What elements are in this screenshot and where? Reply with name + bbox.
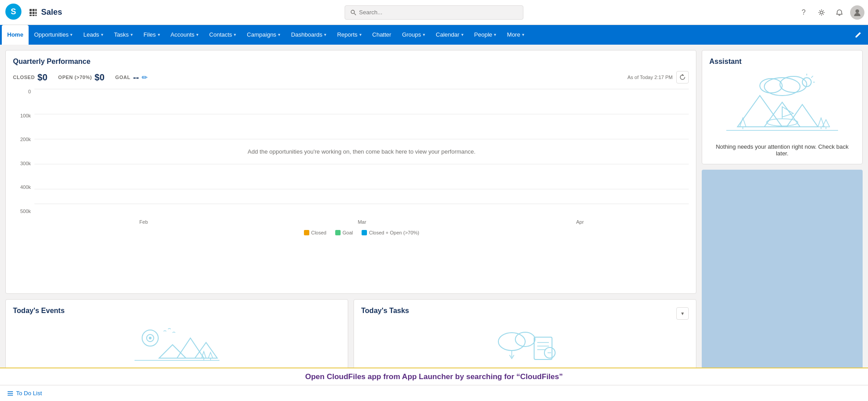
chevron-down-icon: ▾ (70, 32, 72, 37)
chart-legend: Closed Goal Closed + Open (>70%) (34, 230, 689, 235)
grid-line (34, 139, 689, 139)
nav-item-files[interactable]: Files ▾ (138, 25, 165, 45)
chevron-down-icon: ▾ (461, 32, 463, 37)
chevron-down-icon: ▾ (494, 32, 496, 37)
user-avatar[interactable] (850, 5, 864, 20)
chevron-down-icon: ▾ (522, 32, 524, 37)
nav-item-opportunities[interactable]: Opportunities ▾ (29, 25, 78, 45)
cloudfiles-text: Open CloudFiles app from App Launcher by… (305, 372, 563, 381)
nav-item-dashboards[interactable]: Dashboards ▾ (286, 25, 332, 45)
chevron-down-icon: ▾ (131, 32, 133, 37)
nav-item-groups[interactable]: Groups ▾ (396, 25, 430, 45)
nav-item-campaigns[interactable]: Campaigns ▾ (241, 25, 286, 45)
nav-item-reports[interactable]: Reports ▾ (332, 25, 367, 45)
nav-edit-button[interactable] (850, 25, 866, 45)
quarterly-title: Quarterly Performance (13, 58, 689, 66)
quarterly-performance-card: Quarterly Performance CLOSED $0 OPEN (>7… (5, 50, 696, 294)
app-name: Sales (41, 8, 62, 17)
grid-line (34, 164, 689, 164)
legend-goal: Goal (335, 230, 353, 235)
svg-marker-23 (208, 352, 213, 358)
tasks-dropdown-button[interactable]: ▾ (676, 307, 689, 320)
bottom-bar: To Do List (0, 385, 868, 401)
left-panel: Quarterly Performance CLOSED $0 OPEN (>7… (5, 50, 696, 380)
top-bar: S Sales ? (0, 0, 868, 25)
svg-point-17 (149, 337, 152, 339)
svg-rect-4 (35, 9, 37, 11)
nav-bar: Home Opportunities ▾ Leads ▾ Tasks ▾ Fil… (0, 25, 868, 45)
legend-closed: Closed (304, 230, 326, 235)
svg-rect-10 (35, 15, 37, 16)
assistant-blue-panel (702, 170, 863, 380)
assistant-message: Nothing needs your attention right now. … (709, 143, 855, 157)
svg-rect-7 (35, 12, 37, 14)
as-of-timestamp: As of Today 2:17 PM (628, 71, 689, 84)
svg-point-26 (498, 333, 525, 351)
closed-stat: CLOSED $0 (13, 72, 47, 83)
legend-closed-open: Closed + Open (>70%) (362, 230, 419, 235)
chart-x-labels: Feb Mar Apr (34, 219, 689, 225)
svg-point-37 (760, 79, 782, 93)
svg-rect-28 (534, 337, 552, 359)
goal-stat: GOAL -- ✏ (115, 72, 147, 83)
chevron-down-icon: ▾ (196, 32, 198, 37)
nav-item-accounts[interactable]: Accounts ▾ (165, 25, 204, 45)
todo-list-button[interactable]: To Do List (7, 390, 42, 397)
grid-line (34, 89, 689, 89)
tasks-header: Today's Tasks ▾ (361, 307, 689, 320)
nav-item-leads[interactable]: Leads ▾ (78, 25, 108, 45)
svg-marker-44 (787, 104, 818, 127)
goal-edit-button[interactable]: ✏ (142, 73, 147, 82)
notifications-icon[interactable] (832, 5, 847, 20)
svg-point-14 (855, 9, 859, 13)
grid-line (34, 114, 689, 114)
svg-marker-21 (202, 351, 206, 358)
grid-line (34, 189, 689, 189)
chart-empty-message: Add the opportunities you're working on,… (248, 148, 476, 155)
assistant-illustration (709, 71, 855, 138)
perf-stats: CLOSED $0 OPEN (>70%) $0 GOAL -- ✏ (13, 72, 147, 83)
tasks-illustration (361, 324, 689, 368)
search-bar[interactable] (345, 5, 523, 20)
legend-dot-closed-open (362, 230, 367, 235)
grid-line (34, 204, 689, 204)
refresh-button[interactable] (676, 71, 689, 84)
main-content: Quarterly Performance CLOSED $0 OPEN (>7… (0, 45, 868, 385)
todo-label: To Do List (16, 390, 42, 397)
cloudfiles-banner: Open CloudFiles app from App Launcher by… (0, 368, 868, 385)
open-stat: OPEN (>70%) $0 (58, 72, 105, 83)
right-panel: Assistant (702, 50, 863, 380)
setup-icon[interactable] (814, 5, 829, 20)
help-icon[interactable]: ? (796, 5, 811, 20)
nav-item-more[interactable]: More ▾ (501, 25, 530, 45)
nav-item-calendar[interactable]: Calendar ▾ (430, 25, 469, 45)
list-icon (7, 390, 13, 397)
nav-item-people[interactable]: People ▾ (469, 25, 501, 45)
nav-item-chatter[interactable]: Chatter (367, 25, 397, 45)
svg-point-51 (767, 119, 798, 126)
chevron-down-icon: ▾ (423, 32, 425, 37)
chart-y-labels: 500k 400k 300k 200k 100k 0 (13, 89, 34, 214)
chevron-down-icon: ▾ (324, 32, 326, 37)
performance-chart: 500k 400k 300k 200k 100k 0 Add the oppor… (13, 89, 689, 232)
chevron-down-icon: ▾ (359, 32, 362, 37)
top-right-icons: ? (796, 5, 864, 20)
svg-rect-9 (33, 15, 35, 16)
events-illustration (13, 320, 341, 365)
chevron-down-icon: ▾ (158, 32, 160, 37)
svg-line-40 (811, 76, 813, 78)
svg-rect-6 (33, 12, 35, 14)
legend-dot-closed (304, 230, 309, 235)
nav-item-tasks[interactable]: Tasks ▾ (109, 25, 138, 45)
svg-rect-3 (33, 9, 35, 11)
svg-point-11 (351, 10, 354, 13)
search-icon (350, 9, 356, 16)
svg-rect-2 (29, 9, 32, 11)
app-launcher-button[interactable] (25, 4, 41, 21)
search-input[interactable] (359, 9, 518, 16)
assistant-title: Assistant (709, 58, 855, 66)
nav-item-home[interactable]: Home (2, 25, 29, 45)
nav-item-contacts[interactable]: Contacts ▾ (204, 25, 241, 45)
salesforce-logo[interactable]: S (4, 2, 23, 23)
assistant-card: Assistant (702, 50, 863, 164)
